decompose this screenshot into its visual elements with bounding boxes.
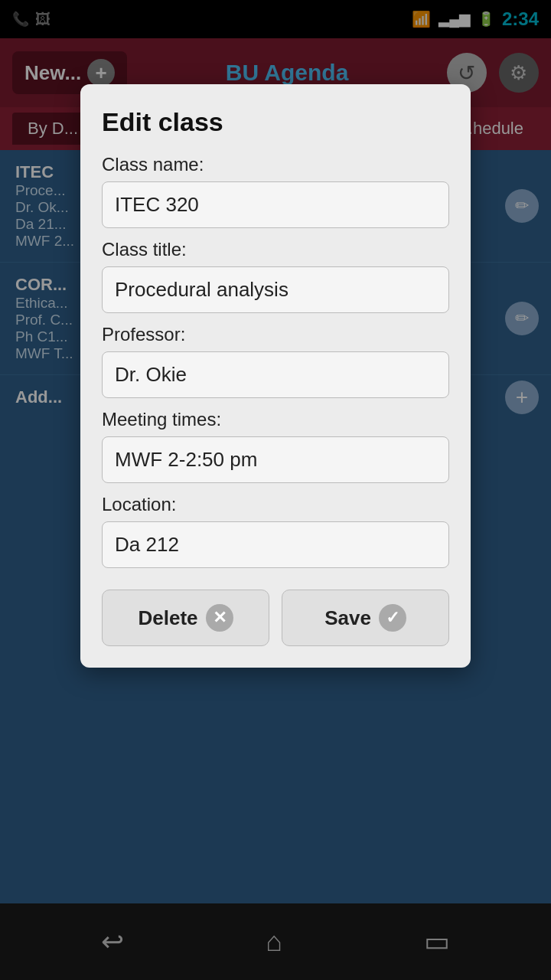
save-button-label: Save <box>324 606 371 630</box>
delete-button-label: Delete <box>138 606 197 630</box>
professor-label: Professor: <box>102 324 449 345</box>
edit-class-modal: Edit class Class name: Class title: Prof… <box>80 84 471 668</box>
class-name-label: Class name: <box>102 154 449 175</box>
class-title-input[interactable] <box>102 266 449 313</box>
location-label: Location: <box>102 494 449 515</box>
save-check-icon: ✓ <box>379 604 406 632</box>
delete-button[interactable]: Delete ✕ <box>102 590 269 646</box>
class-title-label: Class title: <box>102 239 449 260</box>
meeting-times-label: Meeting times: <box>102 409 449 430</box>
save-button[interactable]: Save ✓ <box>282 590 449 646</box>
meeting-times-input[interactable] <box>102 436 449 483</box>
professor-input[interactable] <box>102 351 449 398</box>
modal-title: Edit class <box>102 107 449 137</box>
delete-x-icon: ✕ <box>206 604 233 632</box>
location-input[interactable] <box>102 521 449 568</box>
class-name-input[interactable] <box>102 181 449 228</box>
modal-buttons: Delete ✕ Save ✓ <box>102 590 449 646</box>
